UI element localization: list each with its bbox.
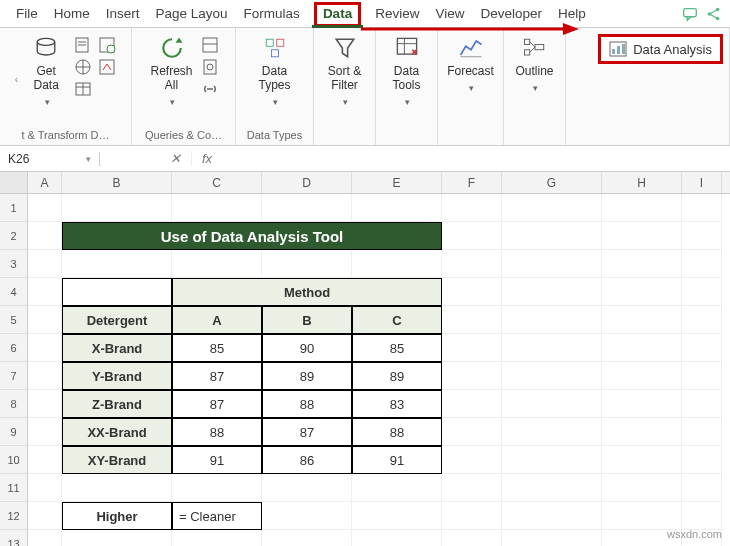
row-header[interactable]: 7 (0, 362, 28, 390)
properties-icon[interactable] (201, 58, 219, 76)
tab-file[interactable]: File (8, 2, 46, 25)
svg-rect-38 (622, 44, 625, 54)
row-header[interactable]: 13 (0, 530, 28, 546)
queries-icon[interactable] (201, 36, 219, 54)
tab-home[interactable]: Home (46, 2, 98, 25)
sort-filter-button[interactable]: Sort & Filter (323, 32, 367, 110)
share-icon[interactable] (704, 4, 724, 24)
col-header[interactable]: H (602, 172, 682, 193)
forecast-button[interactable]: Forecast (445, 32, 496, 96)
from-web-icon[interactable] (74, 58, 92, 76)
svg-rect-37 (617, 46, 620, 54)
row-header[interactable]: 12 (0, 502, 28, 530)
table-row[interactable]: XY-Brand (62, 446, 172, 474)
svg-line-34 (529, 47, 534, 52)
col-header[interactable]: I (682, 172, 722, 193)
cancel-icon[interactable]: ✕ (160, 151, 192, 166)
tab-data[interactable]: Data (308, 2, 367, 25)
connections-icon[interactable] (98, 58, 116, 76)
outline-button[interactable]: Outline (513, 32, 557, 96)
group-label-transform: t & Transform D… (6, 127, 125, 143)
from-table-icon[interactable] (74, 80, 92, 98)
detergent-header[interactable]: Detergent (62, 306, 172, 334)
tab-formulas[interactable]: Formulas (236, 2, 308, 25)
tab-developer[interactable]: Developer (472, 2, 550, 25)
name-box[interactable]: K26▾ (0, 152, 100, 166)
refresh-all-button[interactable]: Refresh All (148, 32, 194, 110)
svg-line-33 (529, 42, 534, 47)
svg-rect-25 (271, 50, 278, 57)
svg-rect-31 (524, 50, 529, 55)
row-header[interactable]: 4 (0, 278, 28, 306)
legend-cleaner[interactable]: = Cleaner (172, 502, 262, 530)
group-label-datatypes: Data Types (242, 127, 307, 143)
data-analysis-icon (609, 41, 627, 57)
data-analysis-button[interactable]: Data Analysis (598, 34, 723, 64)
col-header[interactable]: A (28, 172, 62, 193)
row-header[interactable]: 11 (0, 474, 28, 502)
svg-point-4 (716, 7, 720, 11)
row-header[interactable]: 3 (0, 250, 28, 278)
worksheet-grid[interactable]: A B C D E F G H I 1 2 Use of Data Analys… (0, 172, 730, 546)
tab-insert[interactable]: Insert (98, 2, 148, 25)
sheet-title[interactable]: Use of Data Analysis Tool (62, 222, 442, 250)
method-header[interactable]: Method (172, 278, 442, 306)
svg-point-15 (107, 45, 115, 53)
svg-point-5 (716, 16, 720, 20)
col-header[interactable]: B (62, 172, 172, 193)
ribbon: ‹ Get Data t & Transform D… Refresh All (0, 28, 730, 146)
get-data-button[interactable]: Get Data (24, 32, 68, 110)
row-header[interactable]: 6 (0, 334, 28, 362)
edit-links-icon[interactable] (201, 80, 219, 98)
row-header[interactable]: 8 (0, 390, 28, 418)
svg-rect-32 (535, 45, 544, 50)
table-row[interactable]: X-Brand (62, 334, 172, 362)
row-header[interactable]: 2 (0, 222, 28, 250)
tab-page-layout[interactable]: Page Layou (148, 2, 236, 25)
from-text-icon[interactable] (74, 36, 92, 54)
svg-point-21 (207, 64, 213, 70)
svg-point-3 (708, 12, 712, 16)
legend-higher[interactable]: Higher (62, 502, 172, 530)
svg-rect-20 (204, 60, 216, 74)
col-header[interactable]: G (502, 172, 602, 193)
comments-icon[interactable] (680, 4, 700, 24)
col-header[interactable]: E (352, 172, 442, 193)
svg-rect-2 (684, 8, 697, 16)
svg-rect-24 (276, 39, 283, 46)
group-label-queries: Queries & Co… (138, 127, 229, 143)
svg-rect-18 (203, 38, 217, 52)
tab-view[interactable]: View (427, 2, 472, 25)
table-row[interactable]: Z-Brand (62, 390, 172, 418)
svg-rect-30 (524, 39, 529, 44)
svg-marker-17 (175, 38, 182, 43)
svg-rect-16 (100, 60, 114, 74)
table-row[interactable]: Y-Brand (62, 362, 172, 390)
col-header[interactable]: F (442, 172, 502, 193)
col-header[interactable]: D (262, 172, 352, 193)
row-header[interactable]: 9 (0, 418, 28, 446)
tab-review[interactable]: Review (367, 2, 427, 25)
col-header[interactable]: C (172, 172, 262, 193)
fx-icon[interactable]: fx (192, 151, 222, 166)
row-header[interactable]: 10 (0, 446, 28, 474)
svg-rect-23 (266, 39, 273, 46)
table-row[interactable]: XX-Brand (62, 418, 172, 446)
data-tools-button[interactable]: Data Tools (385, 32, 429, 110)
ribbon-tabs: File Home Insert Page Layou Formulas Dat… (0, 0, 730, 28)
recent-icon[interactable] (98, 36, 116, 54)
row-header[interactable]: 5 (0, 306, 28, 334)
watermark: wsxdn.com (667, 528, 722, 540)
data-types-button[interactable]: Data Types (253, 32, 297, 110)
svg-point-6 (37, 38, 55, 45)
svg-rect-36 (612, 49, 615, 54)
tab-help[interactable]: Help (550, 2, 594, 25)
row-header[interactable]: 1 (0, 194, 28, 222)
formula-bar: K26▾ ✕ fx (0, 146, 730, 172)
select-all[interactable] (0, 172, 28, 193)
